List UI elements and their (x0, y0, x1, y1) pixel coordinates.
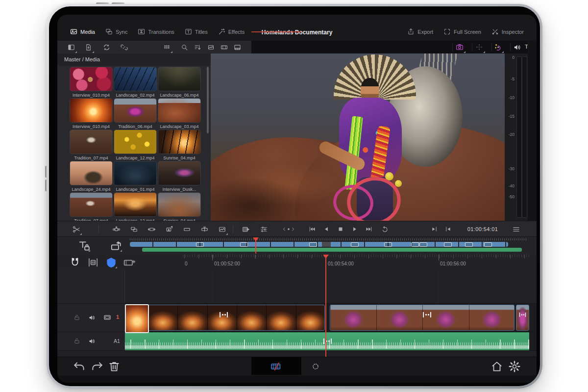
fullscreen-button[interactable]: Full Screen (443, 28, 481, 35)
video-track[interactable] (125, 304, 537, 332)
go-to-end-button[interactable] (363, 223, 375, 235)
media-clip[interactable]: Interview_010.mp4 (70, 67, 113, 98)
sort-button[interactable] (191, 41, 204, 53)
media-clip[interactable]: Tradition_07.mp4 (70, 192, 113, 221)
unlink-button[interactable] (118, 41, 130, 53)
media-thumbnail (114, 161, 157, 185)
next-edit-button[interactable] (428, 223, 441, 235)
timeline-ruler[interactable] (183, 255, 529, 261)
fullscreen-icon (443, 28, 451, 35)
audio-track[interactable] (125, 332, 537, 350)
snapping-button[interactable] (69, 256, 81, 269)
play-reverse-button[interactable] (320, 223, 333, 235)
media-clip[interactable]: Interview_Dusk... (158, 161, 201, 192)
place-on-top-button[interactable] (163, 223, 175, 235)
redo-button[interactable] (91, 360, 103, 373)
camera-button[interactable] (453, 41, 466, 53)
flag-button[interactable] (105, 256, 118, 269)
thumbnail-view-button[interactable] (204, 41, 217, 53)
add-track-button[interactable] (123, 256, 136, 269)
speaker-icon (513, 43, 521, 52)
timeline-clip-dancer-2[interactable] (516, 305, 529, 331)
media-clip[interactable]: Interview_010.mp4 (70, 98, 113, 129)
clip-marker[interactable] (519, 313, 526, 317)
panel-toggle-button[interactable] (65, 41, 77, 53)
delete-button[interactable] (108, 360, 121, 373)
timeline-playhead[interactable] (325, 255, 326, 357)
home-icon (490, 330, 503, 383)
go-to-start-button[interactable] (306, 223, 318, 235)
audio-monitor-button[interactable] (511, 41, 523, 53)
settings-button[interactable] (508, 360, 521, 373)
breadcrumb[interactable]: Master / Media (64, 56, 100, 62)
media-thumbnail (70, 161, 113, 185)
video-track-enable-button[interactable] (101, 312, 113, 323)
home-button[interactable] (490, 360, 503, 373)
inspector-label: Inspector (502, 29, 524, 35)
filmstrip-view-button[interactable] (218, 41, 230, 53)
clip-play-icon (242, 225, 250, 234)
source-tape-button[interactable] (240, 223, 252, 235)
media-clip[interactable]: Landscape_12.mp4 (114, 130, 157, 160)
media-thumbnail (114, 98, 157, 123)
search-button[interactable] (178, 41, 191, 53)
still-button[interactable] (216, 223, 228, 235)
inspector-button[interactable]: Inspector (491, 28, 524, 35)
thumbnail-view-icon (207, 44, 215, 51)
export-button[interactable]: Export (407, 28, 433, 35)
media-clip[interactable]: Sunrise_04.mp4 (158, 130, 201, 160)
viewer[interactable] (211, 53, 506, 221)
relink-button[interactable] (100, 41, 113, 53)
timeline-clip-sunset[interactable] (147, 305, 325, 331)
clip-marker[interactable] (423, 312, 431, 317)
undo-button[interactable] (73, 360, 86, 373)
replace-clip-button[interactable] (145, 223, 158, 235)
media-clip[interactable]: Landscape_01.mp4 (114, 161, 157, 192)
transform-button[interactable] (473, 41, 486, 53)
media-clip[interactable]: Tradition_07.mp4 (70, 130, 113, 160)
grid-view-button[interactable] (160, 41, 173, 53)
previous-edit-button[interactable] (441, 223, 454, 235)
media-clip[interactable]: Tradition_06.mp4 (114, 98, 157, 129)
audio-clip-marker[interactable] (323, 339, 332, 344)
inspector-icon (491, 28, 499, 35)
video-track-mute-button[interactable] (86, 312, 98, 323)
split-clip-button[interactable] (198, 223, 211, 235)
media-thumbnail (70, 192, 113, 217)
metadata-view-icon (234, 44, 241, 51)
video-track-lock-button[interactable] (71, 312, 83, 323)
jog-control[interactable] (279, 223, 298, 235)
timeline-clip-dancer[interactable] (330, 305, 514, 331)
media-clip[interactable]: Sunrise_04.mp4 (158, 192, 201, 221)
loop-button[interactable] (378, 223, 391, 235)
media-clip[interactable]: Landscape_06.mp4 (158, 67, 201, 98)
import-media-button[interactable] (82, 41, 95, 53)
media-clip[interactable]: Landscape_02.mp4 (114, 67, 157, 98)
transform-icon (475, 43, 483, 51)
timeline-options-button[interactable] (510, 223, 522, 235)
color-boost-button[interactable] (491, 41, 504, 53)
viewer-toolbar: Trailer - Color Grading 00:02:47:06 (251, 41, 537, 54)
app-screen: Media Sync Transitions Titles Effects Ho… (57, 15, 537, 383)
active-tab-underline (251, 31, 301, 32)
minimap-audio-bar[interactable] (142, 248, 522, 252)
timeline-empty-area[interactable] (57, 270, 537, 304)
audio-clip[interactable] (125, 332, 529, 350)
play-button[interactable] (348, 223, 361, 235)
media-clip[interactable]: Landscape_24.mp4 (70, 161, 113, 192)
link-clips-button[interactable] (87, 256, 99, 269)
cut-page-tab[interactable] (251, 357, 301, 375)
stop-button[interactable] (334, 223, 347, 235)
append-clip-button[interactable] (180, 223, 193, 235)
timeline-clip-selected[interactable] (125, 304, 149, 333)
clip-marker[interactable] (220, 312, 228, 317)
loop-icon (381, 226, 389, 233)
audio-meter: 0 -5 -10 -15 -20 -30 -40 -50 (505, 53, 528, 221)
top-toolbar: Media Sync Transitions Titles Effects Ho… (57, 15, 537, 41)
media-clip[interactable]: Landscape_03.mp4 (158, 98, 201, 129)
media-pool-toolbar (57, 41, 251, 54)
media-pool-scrollbar[interactable] (207, 67, 209, 133)
tools-button[interactable] (257, 223, 270, 235)
color-page-tab[interactable] (309, 360, 322, 373)
metadata-view-button[interactable] (231, 41, 244, 53)
